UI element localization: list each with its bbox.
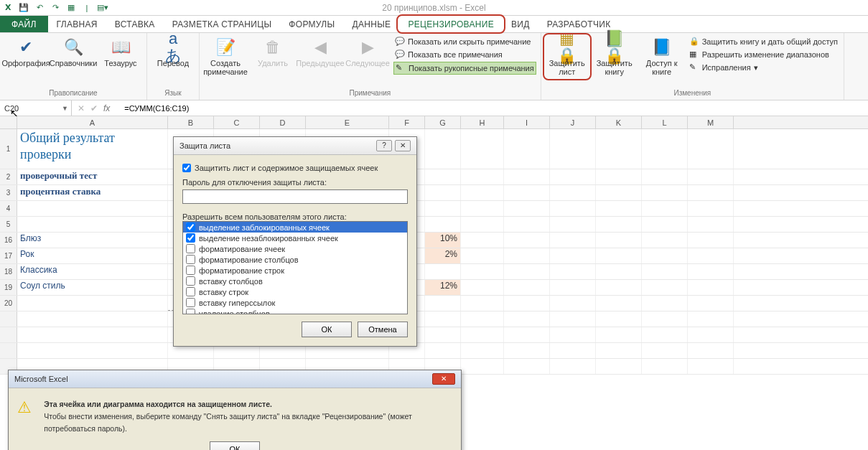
row-header[interactable]: 5 (0, 217, 17, 232)
cell[interactable]: 10% (425, 233, 461, 248)
help-button[interactable]: ? (376, 140, 392, 151)
row-header[interactable]: 19 (0, 280, 17, 295)
cell[interactable] (688, 129, 734, 169)
range-icon: ▦ (689, 50, 699, 60)
cell[interactable]: 2% (425, 248, 461, 263)
group-changes-label: Изменения (546, 88, 839, 98)
col-header[interactable]: I (504, 116, 550, 128)
col-header[interactable]: F (389, 116, 425, 128)
cell[interactable]: Общий результат проверки (17, 129, 168, 169)
allow-ranges-button[interactable]: ▦Разрешить изменение диапазонов (688, 49, 839, 60)
row-header[interactable]: 16 (0, 233, 17, 248)
row-header[interactable]: 4 (0, 201, 17, 216)
perm-item[interactable]: удаление столбцов (183, 308, 407, 314)
col-header[interactable]: E (306, 116, 389, 128)
fx-icon[interactable]: fx (103, 103, 114, 113)
quick-access-toolbar: 𝗫 💾 ↶ ↷ ▦ | ▤▾ (3, 3, 108, 13)
col-header[interactable]: G (425, 116, 461, 128)
cell[interactable]: Рок (17, 248, 168, 263)
cell[interactable] (425, 129, 461, 169)
perm-item[interactable]: форматирование столбцов (183, 254, 407, 265)
spelling-button[interactable]: ✔Орфография (4, 36, 47, 69)
close-button[interactable]: ✕ (395, 140, 411, 151)
delete-comment-button: 🗑Удалить (251, 36, 294, 69)
cell[interactable] (504, 129, 550, 169)
cell[interactable]: проверочный тест (17, 169, 168, 184)
redo-icon[interactable]: ↷ (50, 3, 60, 13)
show-hide-comment[interactable]: 💬Показать или скрыть примечание (393, 36, 536, 47)
dialog-title: Защита листа (179, 141, 230, 150)
new-comment-icon: 📝 (215, 37, 235, 57)
translate-button[interactable]: aあПеревод (151, 36, 195, 69)
tab-insert[interactable]: ВСТАВКА (106, 16, 164, 32)
perm-item[interactable]: выделение заблокированных ячеек (183, 222, 407, 233)
perm-item[interactable]: форматирование ячеек (183, 243, 407, 254)
perm-item[interactable]: выделение незаблокированных ячеек (183, 233, 407, 243)
row-header[interactable]: 17 (0, 248, 17, 263)
ok-button[interactable]: ОК (302, 322, 352, 337)
col-header[interactable]: D (260, 116, 306, 128)
cell[interactable] (461, 129, 504, 169)
track-changes-button[interactable]: ✎Исправления ▾ (688, 62, 839, 73)
new-comment-button[interactable]: 📝Создать примечание (204, 36, 247, 78)
undo-icon[interactable]: ↶ (34, 3, 45, 13)
share-workbook-button[interactable]: 📘Доступ к книге (640, 36, 683, 78)
row-header[interactable]: 3 (0, 185, 17, 200)
tab-view[interactable]: ВИД (503, 16, 538, 32)
cell[interactable] (550, 129, 596, 169)
qat-icon[interactable]: ▤▾ (98, 3, 108, 13)
col-header[interactable]: M (688, 116, 734, 128)
formula-input[interactable] (120, 104, 868, 113)
row-header[interactable]: 2 (0, 169, 17, 184)
col-header[interactable]: K (596, 116, 642, 128)
perm-item[interactable]: вставку строк (183, 286, 407, 297)
select-all-corner[interactable] (0, 116, 17, 128)
cancel-formula-icon[interactable]: ✕ (78, 103, 85, 113)
ok-button[interactable]: ОК (210, 441, 260, 450)
password-input[interactable] (182, 189, 408, 204)
protect-main-checkbox[interactable]: Защитить лист и содержимое защищаемых яч… (182, 162, 408, 174)
tab-file[interactable]: ФАЙЛ (0, 16, 48, 32)
row-header[interactable]: 18 (0, 264, 17, 279)
col-header[interactable]: H (461, 116, 504, 128)
perm-item[interactable]: вставку столбцов (183, 276, 407, 286)
cell[interactable] (642, 129, 688, 169)
protect-workbook-button[interactable]: 📗🔒Защитить книгу (593, 36, 636, 78)
tab-formulas[interactable]: ФОРМУЛЫ (280, 16, 343, 32)
chevron-down-icon[interactable]: ▼ (62, 105, 68, 112)
cell[interactable] (596, 129, 642, 169)
row-header[interactable]: 1 (0, 129, 17, 169)
col-header[interactable]: B (168, 116, 214, 128)
qat-icon[interactable]: | (82, 3, 92, 13)
tab-review[interactable]: РЕЦЕНЗИРОВАНИЕ (399, 16, 503, 32)
col-header[interactable]: L (642, 116, 688, 128)
col-header[interactable]: J (550, 116, 596, 128)
cell[interactable]: Соул стиль (17, 280, 168, 295)
cancel-button[interactable]: Отмена (358, 322, 408, 337)
close-button[interactable]: ✕ (432, 373, 455, 385)
row-header[interactable]: 20 (0, 296, 17, 311)
next-comment-button: ▶Следующее (346, 36, 389, 69)
enter-formula-icon[interactable]: ✔ (90, 103, 98, 113)
cell[interactable]: Классика (17, 264, 168, 279)
show-ink-comments[interactable]: ✎Показать рукописные примечания (393, 62, 536, 75)
protect-share-button[interactable]: 🔒Защитить книгу и дать общий доступ (688, 36, 839, 47)
qat-icon[interactable]: ▦ (66, 3, 76, 13)
cell[interactable]: процентная ставка (17, 185, 168, 200)
tab-home[interactable]: ГЛАВНАЯ (48, 16, 106, 32)
show-all-comments[interactable]: 💬Показать все примечания (393, 49, 536, 60)
cell[interactable]: Блюз (17, 233, 168, 248)
permissions-list[interactable]: выделение заблокированных ячеек выделени… (182, 221, 408, 314)
thesaurus-button[interactable]: 📖Тезаурус (99, 36, 142, 69)
save-icon[interactable]: 💾 (19, 3, 29, 13)
cell[interactable]: 12% (425, 280, 461, 295)
share-icon: 📘 (652, 37, 672, 57)
col-header[interactable]: C (214, 116, 260, 128)
tab-data[interactable]: ДАННЫЕ (343, 16, 399, 32)
name-box[interactable]: C20▼ (0, 100, 72, 116)
protect-sheet-button[interactable]: ▦🔒Защитить лист (546, 36, 589, 78)
col-header[interactable]: A (17, 116, 168, 128)
perm-item[interactable]: вставку гиперссылок (183, 297, 407, 308)
research-button[interactable]: 🔍Справочники (52, 36, 95, 69)
perm-item[interactable]: форматирование строк (183, 265, 407, 276)
